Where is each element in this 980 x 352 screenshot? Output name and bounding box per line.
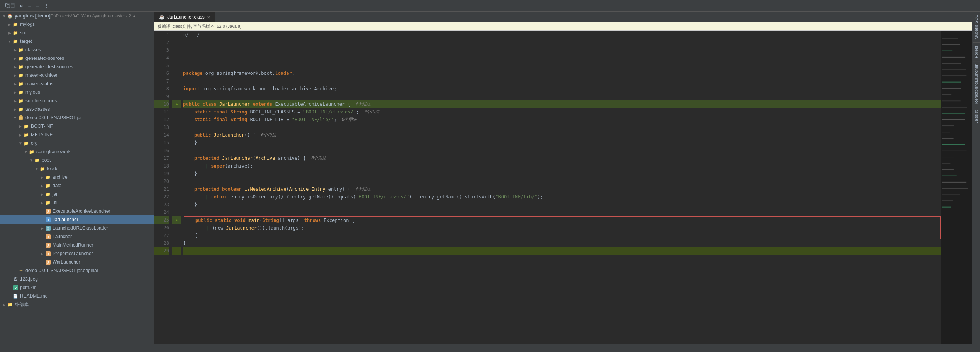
tree-arrow-springframework[interactable]: ▼ bbox=[23, 150, 29, 154]
gutter-7 bbox=[172, 77, 181, 85]
tree-icon-src: 📁 bbox=[12, 30, 19, 36]
tab-icon: ☕ bbox=[159, 14, 165, 20]
tree-item-PropertiesLauncher[interactable]: ▶JPropertiesLauncher bbox=[0, 249, 154, 258]
tree-arrow-yangbbs[interactable]: ▼ bbox=[2, 14, 7, 18]
tree-arrow-surefire-reports[interactable]: ▶ bbox=[12, 99, 18, 103]
tree-arrow-mylogs[interactable]: ▶ bbox=[7, 22, 12, 27]
right-tab-2[interactable]: RefactoringLauncher bbox=[973, 61, 980, 107]
tab-close-button[interactable]: ✕ bbox=[207, 15, 210, 19]
tree-arrow-org[interactable]: ▼ bbox=[18, 141, 23, 146]
tree-label-yangbbs: yangbbs [demo] bbox=[15, 13, 51, 19]
tree-arrow-BOOT-INF[interactable]: ▶ bbox=[18, 124, 23, 129]
tree-arrow-boot[interactable]: ▼ bbox=[29, 158, 34, 162]
tree-arrow-loader[interactable]: ▼ bbox=[34, 167, 39, 171]
code-line-11: static final String BOOT_INF_CLASSES = "… bbox=[183, 108, 941, 116]
toolbar-more[interactable]: ⋮ bbox=[42, 2, 51, 10]
svg-text:J: J bbox=[47, 210, 49, 213]
tree-item-util[interactable]: ▶📁util bbox=[0, 198, 154, 207]
code-editor[interactable]: ⊟/.../ package org.springframework.boot.… bbox=[181, 31, 941, 344]
line-number-26: 26 bbox=[154, 224, 169, 232]
tree-item-src[interactable]: ▶📁src bbox=[0, 29, 154, 37]
code-line-28: } bbox=[183, 239, 941, 247]
right-tab-3[interactable]: Jassist bbox=[973, 107, 980, 127]
tree-item-jpeg[interactable]: 🖼123.jpeg bbox=[0, 275, 154, 283]
right-tab-0[interactable]: Mybatis SQL bbox=[973, 12, 980, 42]
tree-arrow-external-libs[interactable]: ▶ bbox=[2, 303, 7, 307]
tree-item-jar[interactable]: ▶📁jar bbox=[0, 190, 154, 198]
tree-icon-maven-archiver: 📁 bbox=[18, 72, 24, 78]
tree-arrow-mylogs2[interactable]: ▶ bbox=[12, 90, 18, 95]
tree-label-JarLauncher: JarLauncher bbox=[53, 217, 78, 222]
tree-item-mylogs[interactable]: ▶📁mylogs bbox=[0, 20, 154, 29]
tree-item-demo-original[interactable]: ✳demo-0.0.1-SNAPSHOT.jar.original bbox=[0, 266, 154, 275]
tree-icon-WarLauncher: J bbox=[45, 259, 51, 265]
tree-arrow-data[interactable]: ▶ bbox=[39, 184, 45, 188]
tree-item-maven-status[interactable]: ▶📁maven-status bbox=[0, 80, 154, 88]
tree-item-org[interactable]: ▼📁org bbox=[0, 139, 154, 147]
tree-item-pom[interactable]: ✔pom.xml bbox=[0, 283, 154, 292]
gutter-29 bbox=[172, 247, 181, 255]
tree-item-demo-jar[interactable]: ▼demo-0.0.1-SNAPSHOT.jar bbox=[0, 113, 154, 122]
tree-item-mylogs2[interactable]: ▶📁mylogs bbox=[0, 88, 154, 96]
tree-arrow-META-INF[interactable]: ▶ bbox=[18, 133, 23, 137]
line-number-8: 8 bbox=[154, 85, 169, 93]
project-menu[interactable]: 项目 bbox=[3, 2, 17, 10]
tree-arrow-maven-status[interactable]: ▶ bbox=[12, 82, 18, 86]
tree-arrow-demo-jar[interactable]: ▼ bbox=[12, 116, 18, 120]
code-line-9 bbox=[183, 93, 941, 100]
tree-arrow-maven-archiver[interactable]: ▶ bbox=[12, 73, 18, 78]
tree-item-generated-sources[interactable]: ▶📁generated-sources bbox=[0, 54, 154, 63]
code-line-21: protected boolean isNestedArchive(Archiv… bbox=[183, 185, 941, 193]
tree-item-BOOT-INF[interactable]: ▶📁BOOT-INF bbox=[0, 122, 154, 130]
tree-arrow-target[interactable]: ▼ bbox=[7, 39, 12, 44]
tree-item-ExecutableArchiveLauncher[interactable]: JExecutableArchiveLauncher bbox=[0, 207, 154, 215]
code-line-29 bbox=[183, 247, 941, 255]
tree-arrow-classes[interactable]: ▶ bbox=[12, 48, 18, 52]
gutter-10: ▶ bbox=[172, 100, 181, 108]
tree-icon-LaunchedURLClassLoader: I bbox=[45, 225, 51, 231]
code-line-2 bbox=[183, 39, 941, 46]
tree-item-loader[interactable]: ▼📁loader bbox=[0, 164, 154, 173]
tree-item-boot[interactable]: ▼📁boot bbox=[0, 156, 154, 164]
tree-item-generated-test-sources[interactable]: ▶📁generated-test-sources bbox=[0, 63, 154, 71]
tree-arrow-generated-sources[interactable]: ▶ bbox=[12, 56, 18, 61]
tree-item-readme[interactable]: 📄README.md bbox=[0, 292, 154, 300]
tree-item-Launcher[interactable]: JLauncher bbox=[0, 232, 154, 241]
tree-item-maven-archiver[interactable]: ▶📁maven-archiver bbox=[0, 71, 154, 80]
tree-item-MainMethodRunner[interactable]: JMainMethodRunner bbox=[0, 241, 154, 249]
right-tab-1[interactable]: Forest bbox=[973, 42, 980, 61]
tree-arrow-LaunchedURLClassLoader[interactable]: ▶ bbox=[39, 226, 45, 230]
tree-item-classes[interactable]: ▶📁classes bbox=[0, 46, 154, 54]
line-number-16: 16 bbox=[154, 147, 169, 154]
gutter-8 bbox=[172, 85, 181, 93]
tree-item-springframework[interactable]: ▼📁springframework bbox=[0, 147, 154, 156]
tree-item-external-libs[interactable]: ▶📁外部库 bbox=[0, 300, 154, 309]
tree-arrow-util[interactable]: ▶ bbox=[39, 201, 45, 205]
line-number-1: 1 bbox=[154, 31, 169, 39]
tree-item-target[interactable]: ▼📁target bbox=[0, 37, 154, 46]
toolbar-divider-icon[interactable]: ÷ bbox=[34, 2, 41, 10]
code-line-3 bbox=[183, 46, 941, 54]
tree-item-JarLauncher[interactable]: JJarLauncher bbox=[0, 215, 154, 224]
tree-item-test-classes[interactable]: ▶📁test-classes bbox=[0, 105, 154, 113]
tree-item-archive[interactable]: ▶📁archive bbox=[0, 173, 154, 181]
tree-arrow-archive[interactable]: ▶ bbox=[39, 175, 45, 179]
tree-arrow-jar[interactable]: ▶ bbox=[39, 192, 45, 196]
svg-text:I: I bbox=[47, 227, 48, 230]
toolbar-settings[interactable]: ⊙ bbox=[19, 2, 25, 10]
tree-item-WarLauncher[interactable]: JWarLauncher bbox=[0, 258, 154, 266]
tree-arrow-PropertiesLauncher[interactable]: ▶ bbox=[39, 252, 45, 256]
editor-area: ☕ JarLauncher.class ✕ 反编译 .class文件, 字节码版… bbox=[154, 12, 972, 352]
tree-item-META-INF[interactable]: ▶📁META-INF bbox=[0, 130, 154, 139]
tree-item-yangbbs[interactable]: ▼🏠yangbbs [demo] D:\Projects\0-GitWorks\… bbox=[0, 12, 154, 20]
tab-jarlauncher[interactable]: ☕ JarLauncher.class ✕ bbox=[154, 12, 215, 22]
tree-label-springframework: springframework bbox=[36, 149, 71, 154]
gutter-20 bbox=[172, 178, 181, 185]
tree-item-LaunchedURLClassLoader[interactable]: ▶ILaunchedURLClassLoader bbox=[0, 224, 154, 232]
tree-item-data[interactable]: ▶📁data bbox=[0, 181, 154, 190]
tree-arrow-src[interactable]: ▶ bbox=[7, 31, 12, 35]
tree-arrow-test-classes[interactable]: ▶ bbox=[12, 107, 18, 112]
tree-item-surefire-reports[interactable]: ▶📁surefire-reports bbox=[0, 96, 154, 105]
tree-arrow-generated-test-sources[interactable]: ▶ bbox=[12, 65, 18, 69]
toolbar-structure[interactable]: ≡ bbox=[26, 2, 32, 10]
